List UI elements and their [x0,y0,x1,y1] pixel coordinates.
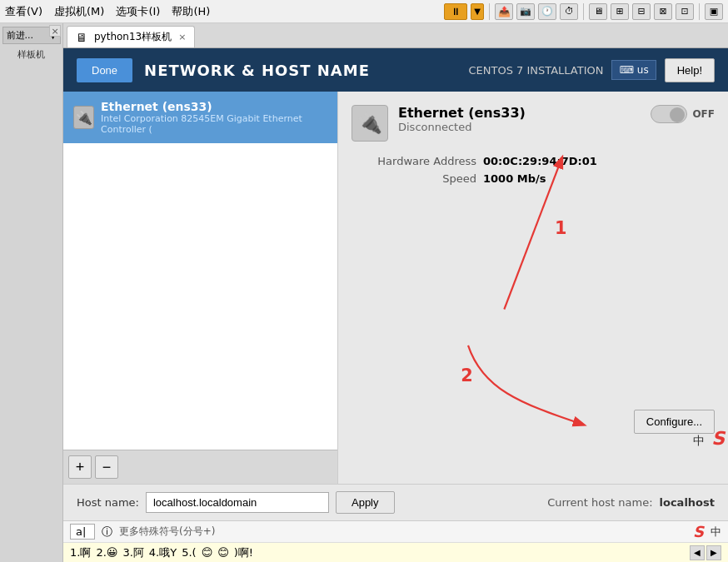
svg-text:2: 2 [461,366,472,385]
toggle-area[interactable]: OFF [651,105,715,123]
network-list-item-ens33[interactable]: 🔌 Ethernet (ens33) Intel Corporation 825… [63,92,337,143]
ime-info-icon: ⓘ [102,525,112,540]
toolbar-screen5-icon[interactable]: ⊡ [676,3,694,20]
help-button[interactable]: Help! [665,58,715,82]
network-body: 🔌 Ethernet (ens33) Intel Corporation 825… [63,92,728,484]
ime-scroll-buttons: ◀ ▶ [690,545,721,560]
ime-bar: a| ⓘ 更多特殊符号(分号+) S 中 [63,520,728,542]
hostname-row: Host name: Apply Current host name: loca… [63,484,728,520]
network-item-description: Intel Corporation 82545EM Gigabit Ethern… [101,113,327,135]
current-hostname-value: localhost [660,496,715,509]
network-list-buttons: + − [63,450,337,484]
add-network-button[interactable]: + [68,455,92,479]
network-list-empty [63,143,337,450]
ime-scroll-left[interactable]: ◀ [690,545,705,560]
done-button[interactable]: Done [77,58,132,82]
hardware-address-value: 00:0C:29:94:7D:01 [483,155,597,167]
menu-view[interactable]: 查看(V) [5,4,42,19]
menu-tabs[interactable]: 选项卡(I) [116,4,160,19]
keyboard-icon: ⌨ [619,64,633,76]
toolbar-screen3-icon[interactable]: ⊟ [632,3,651,20]
candidate-3[interactable]: 3.阿 [122,545,143,560]
centos-label: CENTOS 7 INSTALLATION [468,64,603,77]
detail-speed-row: Speed 1000 Mb/s [352,172,715,185]
network-item-text: Ethernet (ens33) Intel Corporation 82545… [101,100,327,135]
current-hostname-label: Current host name: [547,496,652,509]
ime-candidate-row: 1.啊 2.😀 3.阿 4.哦Y 5.( 😊 😊 )啊! ◀ ▶ [63,542,728,562]
network-list-panel: 🔌 Ethernet (ens33) Intel Corporation 825… [63,92,338,484]
toolbar-fullscreen-icon[interactable]: ▣ [705,3,723,20]
left-nav-close-button[interactable]: × [49,25,61,37]
network-item-icon: 🔌 [73,106,94,129]
ime-hint-text: 更多特殊符号(分号+) [119,525,215,539]
svg-text:1: 1 [555,218,566,238]
remove-network-button[interactable]: − [95,455,118,479]
tab-close-icon[interactable]: × [178,32,186,42]
toolbar-screen1-icon[interactable]: 🖥 [589,3,607,20]
s-logo-watermark: S [711,428,725,449]
candidate-7[interactable]: 😊 [217,546,229,559]
zh-label: 中 [693,434,705,449]
configure-button[interactable]: Configure... [634,410,715,434]
hostname-input[interactable] [146,492,329,513]
toolbar-screen4-icon[interactable]: ⊠ [654,3,672,20]
tab-bar: 🖥 python13样板机 × [63,23,728,48]
toolbar-dropdown-icon[interactable]: ▼ [471,3,484,20]
candidate-1[interactable]: 1.啊 [70,545,91,560]
apply-button[interactable]: Apply [336,491,395,514]
menu-help[interactable]: 帮助(H) [172,4,210,19]
page-title: NETWORK & HOST NAME [144,62,370,79]
left-nav-panel: × 前进... ▼ 样板机 [0,23,63,562]
tab-label: python13样板机 [94,30,172,44]
candidate-4[interactable]: 4.哦Y [149,545,177,560]
hardware-address-label: Hardware Address [352,155,476,167]
keyboard-lang-label: us [637,64,649,76]
detail-name: Ethernet (ens33) [398,105,651,121]
ime-zh-label: 中 [711,525,721,540]
menu-vm[interactable]: 虚拟机(M) [54,4,104,19]
network-item-name: Ethernet (ens33) [101,100,327,113]
toolbar-timer2-icon[interactable]: ⏱ [560,3,578,20]
tab-python13[interactable]: 🖥 python13样板机 × [67,26,195,47]
toolbar-snapshot-icon[interactable]: 📷 [516,3,535,20]
detail-icon: 🔌 [352,105,388,142]
network-detail-panel: 🔌 Ethernet (ens33) Disconnected OFF Hard… [338,92,728,484]
left-nav-machine-label: 样板机 [14,46,48,63]
candidate-5[interactable]: 5.( [182,546,196,559]
ime-input-display[interactable]: a| [70,524,95,540]
toolbar-screen2-icon[interactable]: ⊞ [611,3,629,20]
ime-s-logo: S [693,523,704,540]
candidate-6[interactable]: 😊 [202,546,213,559]
main-content: Done NETWORK & HOST NAME CENTOS 7 INSTAL… [63,48,728,562]
toggle-track[interactable] [651,105,687,123]
hostname-label: Host name: [77,496,139,509]
speed-value: 1000 Mb/s [483,172,546,185]
toolbar-send-icon[interactable]: 📤 [495,3,513,20]
keyboard-button[interactable]: ⌨ us [611,60,656,80]
candidate-8[interactable]: )啊! [234,545,253,560]
left-nav-go-label: 前进... [7,29,34,42]
detail-header: 🔌 Ethernet (ens33) Disconnected OFF [352,105,715,142]
candidate-2[interactable]: 2.😀 [96,546,117,559]
page-header: Done NETWORK & HOST NAME CENTOS 7 INSTAL… [63,48,728,92]
toolbar-time-icon[interactable]: 🕐 [538,3,556,20]
toggle-off-label: OFF [692,108,715,120]
speed-label: Speed [352,172,476,185]
detail-hardware-row: Hardware Address 00:0C:29:94:7D:01 [352,155,715,167]
toolbar-pause-icon[interactable]: ⏸ [444,3,467,20]
detail-status: Disconnected [398,121,651,133]
ime-scroll-right[interactable]: ▶ [706,545,721,560]
